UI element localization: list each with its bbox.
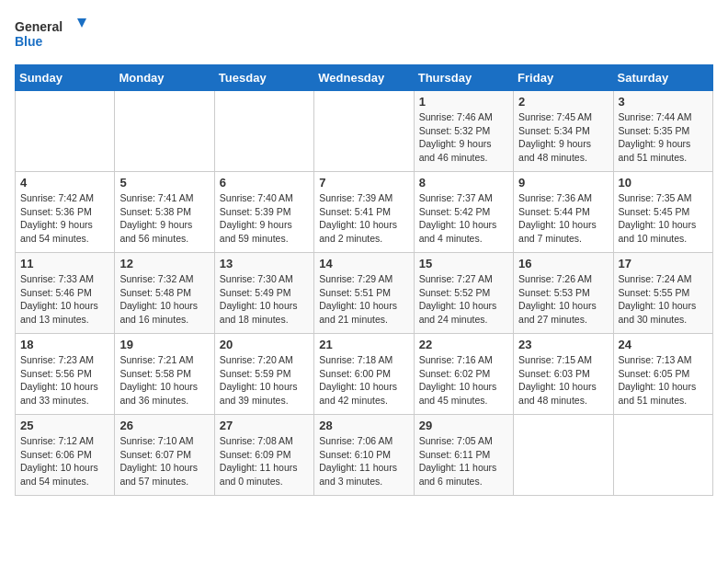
calendar-cell: 8Sunrise: 7:37 AM Sunset: 5:42 PM Daylig… — [414, 172, 513, 253]
calendar-cell — [613, 415, 712, 496]
day-number: 25 — [20, 419, 109, 432]
calendar-cell: 12Sunrise: 7:32 AM Sunset: 5:48 PM Dayli… — [115, 253, 214, 334]
day-info: Sunrise: 7:29 AM Sunset: 5:51 PM Dayligh… — [319, 272, 408, 327]
calendar-cell: 16Sunrise: 7:26 AM Sunset: 5:53 PM Dayli… — [514, 253, 613, 334]
calendar-cell: 9Sunrise: 7:36 AM Sunset: 5:44 PM Daylig… — [514, 172, 613, 253]
day-info: Sunrise: 7:27 AM Sunset: 5:52 PM Dayligh… — [419, 272, 508, 327]
calendar-cell: 27Sunrise: 7:08 AM Sunset: 6:09 PM Dayli… — [214, 415, 313, 496]
col-header-tuesday: Tuesday — [214, 65, 313, 91]
calendar-cell: 13Sunrise: 7:30 AM Sunset: 5:49 PM Dayli… — [214, 253, 313, 334]
week-row-3: 11Sunrise: 7:33 AM Sunset: 5:46 PM Dayli… — [16, 253, 713, 334]
day-number: 28 — [319, 419, 408, 432]
day-number: 9 — [518, 176, 608, 190]
calendar-cell — [514, 415, 613, 496]
day-info: Sunrise: 7:33 AM Sunset: 5:46 PM Dayligh… — [20, 272, 109, 327]
calendar-table: SundayMondayTuesdayWednesdayThursdayFrid… — [15, 64, 713, 496]
day-number: 24 — [619, 338, 708, 351]
col-header-saturday: Saturday — [613, 65, 712, 91]
day-info: Sunrise: 7:41 AM Sunset: 5:38 PM Dayligh… — [119, 191, 209, 246]
day-number: 8 — [419, 176, 508, 190]
calendar-cell: 17Sunrise: 7:24 AM Sunset: 5:55 PM Dayli… — [613, 253, 712, 334]
week-row-4: 18Sunrise: 7:23 AM Sunset: 5:56 PM Dayli… — [16, 334, 713, 415]
calendar-cell: 14Sunrise: 7:29 AM Sunset: 5:51 PM Dayli… — [314, 253, 414, 334]
calendar-cell: 22Sunrise: 7:16 AM Sunset: 6:02 PM Dayli… — [414, 334, 513, 415]
day-info: Sunrise: 7:24 AM Sunset: 5:55 PM Dayligh… — [619, 272, 708, 327]
svg-text:General: General — [15, 19, 63, 34]
calendar-cell: 1Sunrise: 7:46 AM Sunset: 5:32 PM Daylig… — [414, 91, 513, 172]
day-number: 2 — [518, 95, 608, 109]
week-row-1: 1Sunrise: 7:46 AM Sunset: 5:32 PM Daylig… — [16, 91, 713, 172]
day-info: Sunrise: 7:42 AM Sunset: 5:36 PM Dayligh… — [20, 191, 109, 246]
day-number: 11 — [20, 257, 109, 270]
day-info: Sunrise: 7:26 AM Sunset: 5:53 PM Dayligh… — [518, 272, 608, 327]
day-number: 18 — [20, 338, 109, 351]
day-info: Sunrise: 7:21 AM Sunset: 5:58 PM Dayligh… — [119, 353, 209, 408]
day-number: 27 — [220, 419, 309, 432]
col-header-monday: Monday — [115, 65, 214, 91]
day-number: 13 — [220, 257, 309, 270]
calendar-cell: 21Sunrise: 7:18 AM Sunset: 6:00 PM Dayli… — [314, 334, 414, 415]
calendar-cell: 26Sunrise: 7:10 AM Sunset: 6:07 PM Dayli… — [115, 415, 214, 496]
calendar-cell: 11Sunrise: 7:33 AM Sunset: 5:46 PM Dayli… — [16, 253, 115, 334]
day-number: 14 — [319, 257, 408, 270]
calendar-cell: 6Sunrise: 7:40 AM Sunset: 5:39 PM Daylig… — [214, 172, 313, 253]
col-header-thursday: Thursday — [414, 65, 513, 91]
calendar-cell: 24Sunrise: 7:13 AM Sunset: 6:05 PM Dayli… — [613, 334, 712, 415]
calendar-cell: 4Sunrise: 7:42 AM Sunset: 5:36 PM Daylig… — [16, 172, 115, 253]
day-number: 3 — [619, 95, 708, 109]
day-info: Sunrise: 7:39 AM Sunset: 5:41 PM Dayligh… — [319, 191, 408, 246]
day-number: 6 — [220, 176, 309, 190]
calendar-cell: 7Sunrise: 7:39 AM Sunset: 5:41 PM Daylig… — [314, 172, 414, 253]
calendar-cell: 19Sunrise: 7:21 AM Sunset: 5:58 PM Dayli… — [115, 334, 214, 415]
calendar-cell: 3Sunrise: 7:44 AM Sunset: 5:35 PM Daylig… — [613, 91, 712, 172]
day-number: 20 — [220, 338, 309, 351]
calendar-cell: 18Sunrise: 7:23 AM Sunset: 5:56 PM Dayli… — [16, 334, 115, 415]
day-number: 4 — [20, 176, 109, 190]
day-info: Sunrise: 7:16 AM Sunset: 6:02 PM Dayligh… — [419, 353, 508, 408]
day-number: 22 — [419, 338, 508, 351]
calendar-cell: 29Sunrise: 7:05 AM Sunset: 6:11 PM Dayli… — [414, 415, 513, 496]
calendar-cell — [115, 91, 214, 172]
day-info: Sunrise: 7:44 AM Sunset: 5:35 PM Dayligh… — [619, 110, 708, 165]
day-info: Sunrise: 7:46 AM Sunset: 5:32 PM Dayligh… — [419, 110, 508, 165]
day-number: 7 — [319, 176, 408, 190]
week-row-2: 4Sunrise: 7:42 AM Sunset: 5:36 PM Daylig… — [16, 172, 713, 253]
calendar-cell: 20Sunrise: 7:20 AM Sunset: 5:59 PM Dayli… — [214, 334, 313, 415]
calendar-cell: 28Sunrise: 7:06 AM Sunset: 6:10 PM Dayli… — [314, 415, 414, 496]
day-number: 26 — [119, 419, 209, 432]
day-info: Sunrise: 7:13 AM Sunset: 6:05 PM Dayligh… — [619, 353, 708, 408]
col-header-wednesday: Wednesday — [314, 65, 414, 91]
days-header-row: SundayMondayTuesdayWednesdayThursdayFrid… — [16, 65, 713, 91]
col-header-friday: Friday — [514, 65, 613, 91]
day-number: 12 — [119, 257, 209, 270]
svg-text:Blue: Blue — [15, 34, 43, 49]
calendar-cell — [214, 91, 313, 172]
day-info: Sunrise: 7:37 AM Sunset: 5:42 PM Dayligh… — [419, 191, 508, 246]
calendar-cell: 25Sunrise: 7:12 AM Sunset: 6:06 PM Dayli… — [16, 415, 115, 496]
day-info: Sunrise: 7:06 AM Sunset: 6:10 PM Dayligh… — [319, 434, 408, 488]
day-info: Sunrise: 7:23 AM Sunset: 5:56 PM Dayligh… — [20, 353, 109, 408]
day-info: Sunrise: 7:20 AM Sunset: 5:59 PM Dayligh… — [220, 353, 309, 408]
day-info: Sunrise: 7:08 AM Sunset: 6:09 PM Dayligh… — [220, 434, 309, 488]
calendar-cell — [314, 91, 414, 172]
day-number: 17 — [619, 257, 708, 270]
calendar-cell: 15Sunrise: 7:27 AM Sunset: 5:52 PM Dayli… — [414, 253, 513, 334]
calendar-cell: 2Sunrise: 7:45 AM Sunset: 5:34 PM Daylig… — [514, 91, 613, 172]
day-info: Sunrise: 7:32 AM Sunset: 5:48 PM Dayligh… — [119, 272, 209, 327]
day-info: Sunrise: 7:45 AM Sunset: 5:34 PM Dayligh… — [518, 110, 608, 165]
calendar-cell: 10Sunrise: 7:35 AM Sunset: 5:45 PM Dayli… — [613, 172, 712, 253]
day-info: Sunrise: 7:30 AM Sunset: 5:49 PM Dayligh… — [220, 272, 309, 327]
day-info: Sunrise: 7:40 AM Sunset: 5:39 PM Dayligh… — [220, 191, 309, 246]
svg-marker-2 — [77, 18, 86, 28]
logo-image: General Blue — [15, 15, 88, 55]
day-number: 21 — [319, 338, 408, 351]
day-number: 29 — [419, 419, 508, 432]
day-number: 5 — [119, 176, 209, 190]
week-row-5: 25Sunrise: 7:12 AM Sunset: 6:06 PM Dayli… — [16, 415, 713, 496]
page-header: General Blue — [15, 15, 713, 55]
day-info: Sunrise: 7:15 AM Sunset: 6:03 PM Dayligh… — [518, 353, 608, 408]
day-info: Sunrise: 7:10 AM Sunset: 6:07 PM Dayligh… — [119, 434, 209, 488]
day-info: Sunrise: 7:12 AM Sunset: 6:06 PM Dayligh… — [20, 434, 109, 488]
day-number: 16 — [518, 257, 608, 270]
logo: General Blue — [15, 15, 88, 55]
